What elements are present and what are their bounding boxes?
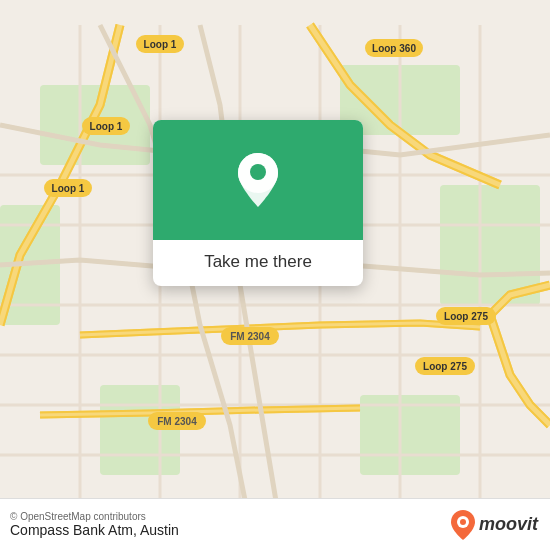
copyright-text: © OpenStreetMap contributors: [10, 511, 179, 522]
popup-button-section: Take me there: [153, 240, 363, 286]
take-me-there-button[interactable]: Take me there: [204, 252, 312, 272]
bottom-bar: © OpenStreetMap contributors Compass Ban…: [0, 498, 550, 550]
map-container: Loop 1 Loop 360 Loop 1 Loop 1 FM 2304 Lo…: [0, 0, 550, 550]
location-popup: Take me there: [153, 120, 363, 286]
moovit-brand-text: moovit: [479, 514, 538, 535]
svg-text:FM 2304: FM 2304: [157, 416, 197, 427]
svg-point-35: [250, 164, 266, 180]
svg-text:Loop 275: Loop 275: [423, 361, 467, 372]
popup-green-header: [153, 120, 363, 240]
svg-text:Loop 1: Loop 1: [90, 121, 123, 132]
svg-text:Loop 1: Loop 1: [144, 39, 177, 50]
svg-text:Loop 275: Loop 275: [444, 311, 488, 322]
svg-text:Loop 360: Loop 360: [372, 43, 416, 54]
location-name: Compass Bank Atm, Austin: [10, 522, 179, 538]
location-pin-icon: [233, 151, 283, 209]
moovit-pin-icon: [449, 509, 477, 541]
svg-point-37: [460, 519, 466, 525]
svg-text:FM 2304: FM 2304: [230, 331, 270, 342]
svg-text:Loop 1: Loop 1: [52, 183, 85, 194]
location-info: © OpenStreetMap contributors Compass Ban…: [10, 511, 179, 538]
svg-rect-5: [360, 395, 460, 475]
moovit-logo[interactable]: moovit: [449, 509, 538, 541]
